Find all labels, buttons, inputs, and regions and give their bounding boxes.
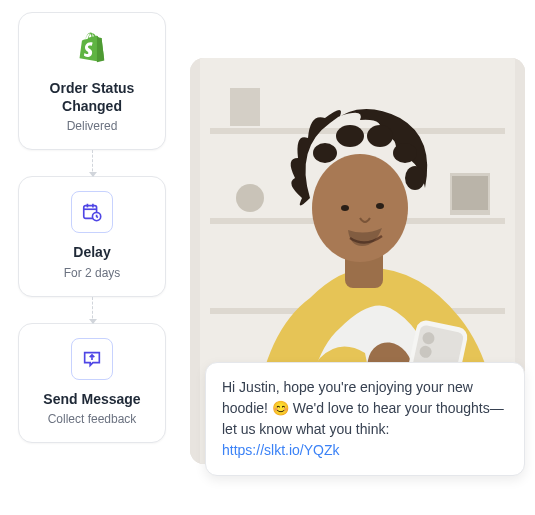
card-title: Send Message	[43, 390, 140, 408]
message-bubble: Hi Justin, hope you're enjoying your new…	[205, 362, 525, 476]
workflow-column: Order Status Changed Delivered Delay For…	[18, 12, 166, 443]
connector-line	[92, 297, 93, 323]
svg-point-21	[341, 205, 349, 211]
card-subtitle: Collect feedback	[48, 412, 137, 426]
card-title: Delay	[73, 243, 110, 261]
chat-upload-icon	[71, 338, 113, 380]
svg-point-20	[405, 166, 425, 190]
card-subtitle: Delivered	[67, 119, 118, 133]
workflow-card-send-message[interactable]: Send Message Collect feedback	[18, 323, 166, 443]
card-subtitle: For 2 days	[64, 266, 121, 280]
svg-point-22	[376, 203, 384, 209]
svg-rect-12	[452, 176, 488, 210]
connector-line	[92, 150, 93, 176]
calendar-clock-icon	[71, 191, 113, 233]
message-link[interactable]: https://slkt.io/YQZk	[222, 442, 339, 458]
svg-point-19	[393, 143, 417, 163]
workflow-card-delay[interactable]: Delay For 2 days	[18, 176, 166, 296]
svg-point-13	[236, 184, 264, 212]
svg-point-18	[367, 125, 393, 147]
workflow-card-order-status[interactable]: Order Status Changed Delivered	[18, 12, 166, 150]
shopify-icon	[71, 27, 113, 69]
card-title: Order Status Changed	[35, 79, 149, 115]
svg-rect-10	[230, 88, 260, 126]
svg-point-16	[313, 143, 337, 163]
smile-emoji: 😊	[272, 400, 289, 416]
svg-point-17	[336, 125, 364, 147]
